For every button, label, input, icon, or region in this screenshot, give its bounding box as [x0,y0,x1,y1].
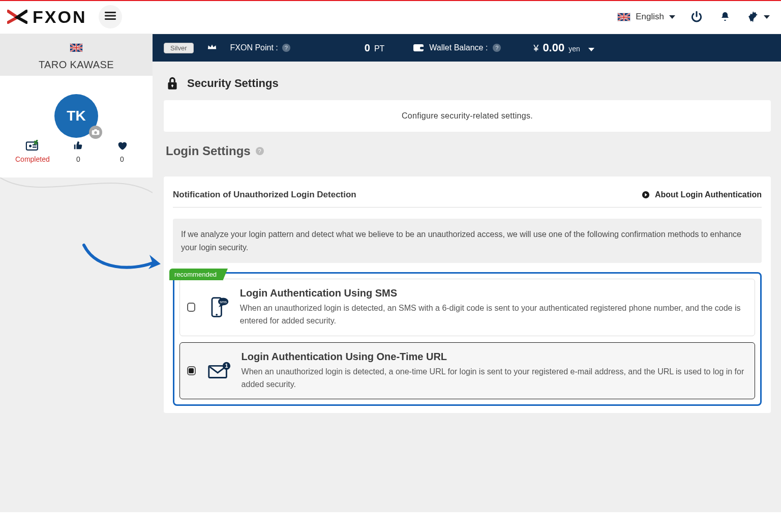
svg-rect-17 [33,146,37,147]
option-sms[interactable]: sms Login Authentication Using SMS When … [179,279,755,336]
currency-unit: yen [568,45,580,53]
crown-icon [207,43,217,53]
stat-hearts[interactable]: 0 [107,140,137,163]
option-sms-title: Login Authentication Using SMS [240,287,745,299]
power-button[interactable] [689,10,704,24]
notifications-button[interactable] [718,10,732,24]
tier-badge: Silver [164,43,194,53]
svg-text:sms: sms [220,300,227,304]
logo-mark-icon [7,10,27,24]
points-number: 0 [365,42,370,54]
wallet-label: Wallet Balance : [429,43,488,52]
help-icon[interactable]: ? [256,147,264,155]
svg-point-25 [216,314,218,316]
settings-button[interactable] [746,10,770,23]
checkbox[interactable] [187,366,196,375]
chevron-circle-right-icon [642,191,650,199]
balance-value: 0.00 [543,41,564,54]
heart-icon [116,140,128,151]
menu-button[interactable] [99,5,122,28]
checkbox[interactable] [187,303,195,312]
svg-rect-4 [618,16,630,17]
svg-point-13 [94,131,97,134]
chevron-down-icon [669,15,675,19]
svg-rect-22 [172,85,173,87]
points-label: FXON Point : [230,43,278,52]
page-title: Security Settings [166,76,771,91]
main: Silver FXON Point : ? 0 PT Wallet Balanc… [153,34,781,512]
gear-icon [746,10,760,23]
help-icon[interactable]: ? [493,44,501,52]
id-card-icon [25,140,40,151]
wallet-icon [413,44,424,52]
logo[interactable]: FXON [7,7,86,27]
option-url[interactable]: 1 Login Authentication Using One-Time UR… [179,342,755,400]
power-icon [690,10,703,23]
row-head: Notification of Unauthorized Login Detec… [173,182,762,208]
currency-symbol: ¥ [533,43,538,54]
stat-hearts-value: 0 [120,155,124,163]
lock-icon [166,76,179,91]
points-unit: PT [374,44,384,53]
option-sms-desc: When an unauthorized login is detected, … [240,302,745,328]
user-name: TARO KAWASE [4,59,148,71]
avatar[interactable]: TK [54,94,98,138]
sidebar: TARO KAWASE TK Completed 0 [0,34,153,512]
language-selector[interactable]: English [617,12,675,22]
wave-divider [0,178,153,208]
points-label-wrap: FXON Point : ? [230,43,290,52]
camera-icon [92,129,100,135]
stat-likes-value: 0 [76,155,80,163]
about-login-auth-link[interactable]: About Login Authentication [642,190,762,199]
about-login-auth-label: About Login Authentication [655,190,762,199]
section-login-title-text: Login Settings [166,144,251,158]
bell-icon [719,11,731,23]
wallet-balance[interactable]: ¥ 0.00 yen [533,41,594,54]
svg-rect-19 [420,47,424,49]
recommended-badge: recommended [169,269,223,280]
chevron-down-icon [764,15,770,19]
header: FXON English [0,1,781,34]
logo-text: FXON [33,7,86,27]
uk-flag-icon [70,43,83,52]
help-icon[interactable]: ? [282,44,290,52]
row-head-text: Notification of Unauthorized Login Detec… [173,190,356,200]
thumbs-up-icon [73,140,84,151]
option-url-title: Login Authentication Using One-Time URL [242,351,745,363]
hamburger-icon [104,9,117,24]
mail-icon: 1 [206,358,231,384]
language-label: English [636,12,664,22]
uk-flag-icon [617,13,630,21]
arrow-annotation [81,243,163,280]
points-value: 0 PT [365,42,385,54]
sms-icon: sms [205,294,230,320]
svg-point-15 [29,145,32,147]
svg-text:1: 1 [225,363,228,369]
wallet-label-wrap: Wallet Balance : ? [413,43,501,52]
login-settings-card: Notification of Unauthorized Login Detec… [164,176,771,413]
login-options: recommended sms Login Authentication Usi… [173,272,762,406]
page-subtitle: Configure security-related settings. [164,100,771,132]
info-bar: Silver FXON Point : ? 0 PT Wallet Balanc… [153,34,781,62]
option-url-desc: When an unauthorized login is detected, … [242,366,745,391]
section-login-title: Login Settings ? [166,144,769,158]
svg-rect-12 [94,129,97,131]
chevron-down-icon [588,48,594,51]
svg-rect-10 [70,47,82,48]
login-note: If we analyze your login pattern and det… [173,219,762,263]
stat-completed-label: Completed [15,155,50,163]
stat-completed[interactable]: Completed [15,140,50,163]
avatar-camera-button[interactable] [89,126,102,139]
stat-likes[interactable]: 0 [63,140,94,163]
page-title-text: Security Settings [187,77,279,90]
